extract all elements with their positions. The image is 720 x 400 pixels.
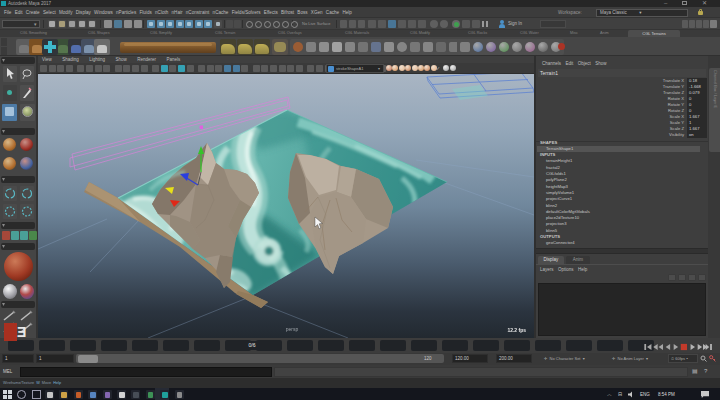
svg-text:12.2 fps: 12.2 fps — [507, 327, 526, 333]
svg-text:persp: persp — [286, 326, 299, 332]
